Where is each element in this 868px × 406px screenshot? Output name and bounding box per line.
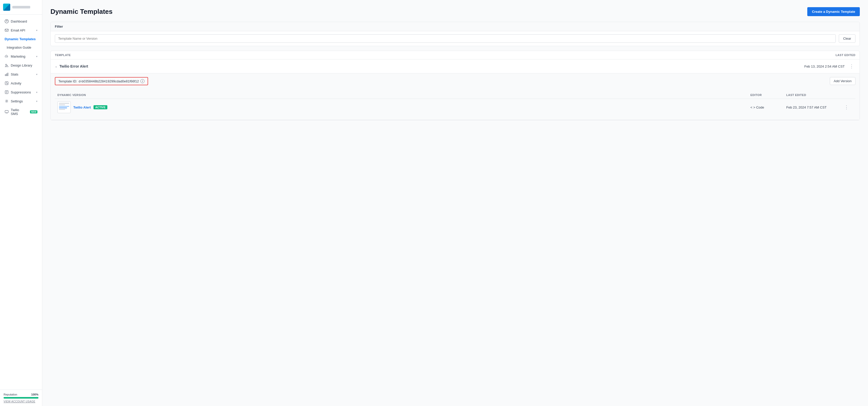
template-id-label: Template ID: <box>58 79 77 83</box>
page-header: Dynamic Templates Create a Dynamic Templ… <box>51 7 860 16</box>
version-active-badge: ACTIVE <box>94 105 107 109</box>
add-version-button[interactable]: Add Version <box>830 77 856 85</box>
sidebar: Dashboard Email API ▾ Dynamic Templates … <box>0 0 42 406</box>
versions-col-actions <box>843 94 853 97</box>
sidebar-item-activity-label: Activity <box>11 81 21 85</box>
template-chevron-icon[interactable]: ⌄ <box>55 65 57 68</box>
thumb-line-5 <box>59 109 65 110</box>
template-main-row: ⌄ Twilio Error Alert Feb 13, 2024 2:54 A… <box>51 59 860 73</box>
version-editor: < > Code <box>750 105 764 109</box>
dashboard-icon <box>5 19 9 23</box>
logo-text <box>12 6 30 8</box>
sidebar-item-settings[interactable]: Settings ▾ <box>1 97 41 105</box>
suppressions-arrow: ▾ <box>36 91 37 94</box>
filter-header: Filter <box>51 22 860 31</box>
col-header-template: TEMPLATE <box>55 54 71 57</box>
sidebar-item-design-library[interactable]: Design Library <box>1 61 41 70</box>
reputation-progress-bg <box>4 397 38 399</box>
template-id-value: d-b0358448b228419299cdad0e81f66f12 <box>79 79 139 83</box>
svg-point-1 <box>6 21 7 22</box>
versions-col-last-edited: LAST EDITED <box>786 94 843 97</box>
versions-header: DYNAMIC VERSION EDITOR LAST EDITED <box>55 91 856 99</box>
version-actions-cell: ⋮ <box>843 104 853 110</box>
filter-section: Filter Clear <box>51 22 860 46</box>
settings-icon <box>5 99 9 103</box>
reputation-value: 100% <box>31 393 38 396</box>
email-api-arrow: ▾ <box>36 29 37 32</box>
page-title: Dynamic Templates <box>51 8 113 15</box>
view-account-usage-link[interactable]: VIEW ACCOUNT USAGE <box>4 400 38 403</box>
thumb-line-4 <box>59 107 67 108</box>
svg-rect-4 <box>5 74 6 76</box>
svg-rect-5 <box>6 74 7 76</box>
sidebar-item-marketing-label: Marketing <box>11 55 25 58</box>
activity-icon <box>5 81 9 85</box>
filter-body: Clear <box>51 31 860 46</box>
version-name[interactable]: Twilio Alert <box>73 105 91 109</box>
sidebar-item-dynamic-templates-label: Dynamic Templates <box>5 37 36 41</box>
clear-filter-button[interactable]: Clear <box>839 34 856 43</box>
template-id-info-icon[interactable]: i <box>141 79 145 83</box>
sidebar-item-design-library-label: Design Library <box>11 64 32 67</box>
template-expanded-content: Template ID: d-b0358448b228419299cdad0e8… <box>51 73 860 120</box>
template-name-cell: ⌄ Twilio Error Alert <box>55 64 88 68</box>
stats-arrow: ▾ <box>36 73 37 76</box>
settings-arrow: ▾ <box>36 100 37 103</box>
versions-table: DYNAMIC VERSION EDITOR LAST EDITED <box>55 91 856 116</box>
sidebar-item-twilio-sms[interactable]: Twilio SMS NEW <box>1 106 41 118</box>
sidebar-logo <box>0 0 42 14</box>
svg-rect-10 <box>5 110 8 113</box>
svg-point-9 <box>6 101 7 102</box>
reputation-progress-fill <box>4 397 38 399</box>
svg-rect-2 <box>5 29 8 32</box>
sidebar-item-stats-label: Stats <box>11 72 19 76</box>
create-dynamic-template-button[interactable]: Create a Dynamic Template <box>807 7 860 16</box>
main-content: Dynamic Templates Create a Dynamic Templ… <box>42 0 868 406</box>
version-thumbnail <box>57 101 71 113</box>
versions-col-dynamic-version: DYNAMIC VERSION <box>57 94 750 97</box>
sidebar-item-suppressions-label: Suppressions <box>11 90 31 94</box>
sidebar-item-suppressions[interactable]: Suppressions ▾ <box>1 88 41 97</box>
template-name: Twilio Error Alert <box>59 64 88 68</box>
sidebar-item-activity[interactable]: Activity <box>1 79 41 88</box>
marketing-icon <box>5 54 9 58</box>
template-date-cell: Feb 13, 2024 2:54 AM CST ⋮ <box>804 63 856 70</box>
reputation-label: Reputation <box>4 393 17 396</box>
suppressions-icon <box>5 90 9 94</box>
sidebar-item-dashboard[interactable]: Dashboard <box>1 17 41 26</box>
design-library-icon <box>5 63 9 67</box>
versions-col-editor: EDITOR <box>750 94 786 97</box>
sidebar-item-integration-guide[interactable]: Integration Guide <box>1 43 41 52</box>
version-name-cell: Twilio Alert ACTIVE <box>57 101 750 113</box>
filter-input[interactable] <box>55 34 836 43</box>
template-context-menu-button[interactable]: ⋮ <box>848 63 856 70</box>
template-last-edited-date: Feb 13, 2024 2:54 AM CST <box>804 65 845 68</box>
svg-point-3 <box>6 64 7 65</box>
app-logo-icon <box>3 4 10 11</box>
email-api-icon <box>5 28 9 32</box>
svg-rect-6 <box>7 73 8 76</box>
version-row: Twilio Alert ACTIVE < > Code Feb 23, 202… <box>55 99 856 116</box>
svg-rect-7 <box>5 82 8 85</box>
twilio-sms-badge: NEW <box>30 110 37 113</box>
template-id-box: Template ID: d-b0358448b228419299cdad0e8… <box>55 77 148 85</box>
sidebar-item-dashboard-label: Dashboard <box>11 20 27 23</box>
sidebar-item-marketing[interactable]: Marketing ▾ <box>1 52 41 61</box>
sidebar-item-dynamic-templates[interactable]: Dynamic Templates <box>1 35 41 43</box>
sidebar-item-stats[interactable]: Stats ▾ <box>1 70 41 78</box>
sidebar-item-settings-label: Settings <box>11 99 23 103</box>
thumb-line-2 <box>59 104 65 105</box>
templates-table: TEMPLATE LAST EDITED ⌄ Twilio Error Aler… <box>51 51 860 120</box>
sidebar-item-email-api-label: Email API <box>11 28 25 32</box>
col-header-last-edited: LAST EDITED <box>835 54 856 57</box>
table-header-row: TEMPLATE LAST EDITED <box>51 51 860 59</box>
sidebar-item-email-api[interactable]: Email API ▾ <box>1 26 41 35</box>
version-context-menu-button[interactable]: ⋮ <box>843 104 850 110</box>
table-row: ⌄ Twilio Error Alert Feb 13, 2024 2:54 A… <box>51 59 860 120</box>
version-editor-cell: < > Code <box>750 105 786 109</box>
version-last-edited: Feb 23, 2024 7:57 AM CST <box>786 105 827 109</box>
sidebar-bottom: Reputation 100% VIEW ACCOUNT USAGE <box>0 390 42 406</box>
marketing-arrow: ▾ <box>36 55 37 58</box>
thumb-line-1 <box>59 103 69 104</box>
version-last-edited-cell: Feb 23, 2024 7:57 AM CST <box>786 105 843 109</box>
